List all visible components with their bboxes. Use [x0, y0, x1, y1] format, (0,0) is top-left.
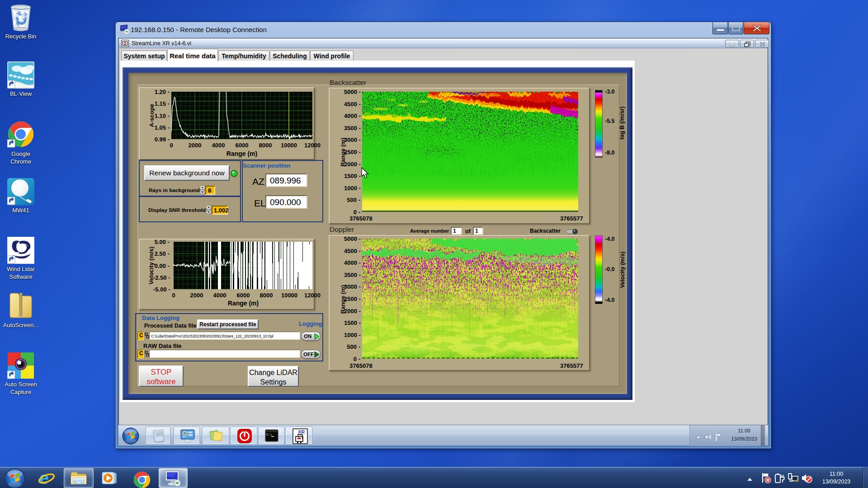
svg-text:!: !: [797, 479, 797, 482]
svg-text:XR: XR: [298, 429, 305, 435]
svg-text:C:\: C:\: [266, 433, 272, 436]
